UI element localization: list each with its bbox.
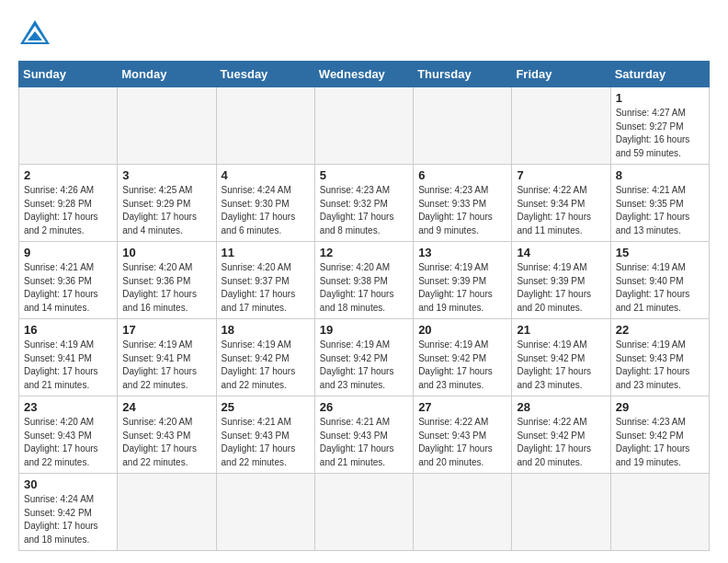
calendar-cell: 27Sunrise: 4:22 AMSunset: 9:43 PMDayligh… — [414, 396, 512, 474]
calendar-cell — [512, 474, 610, 551]
day-info: Sunrise: 4:20 AMSunset: 9:37 PMDaylight:… — [222, 261, 310, 315]
calendar-cell — [216, 87, 314, 165]
calendar-cell: 23Sunrise: 4:20 AMSunset: 9:43 PMDayligh… — [19, 396, 118, 474]
calendar-cell: 19Sunrise: 4:19 AMSunset: 9:42 PMDayligh… — [314, 319, 413, 396]
day-info: Sunrise: 4:19 AMSunset: 9:39 PMDaylight:… — [517, 261, 605, 315]
day-number: 9 — [24, 246, 112, 259]
calendar-cell: 30Sunrise: 4:24 AMSunset: 9:42 PMDayligh… — [19, 474, 118, 551]
day-info: Sunrise: 4:22 AMSunset: 9:34 PMDaylight:… — [517, 184, 605, 237]
calendar-week-2: 2Sunrise: 4:26 AMSunset: 9:28 PMDaylight… — [19, 165, 710, 242]
header-friday: Friday — [512, 62, 610, 87]
day-number: 29 — [616, 400, 704, 414]
calendar-cell: 13Sunrise: 4:19 AMSunset: 9:39 PMDayligh… — [414, 242, 512, 319]
calendar-week-1: 1Sunrise: 4:27 AMSunset: 9:27 PMDaylight… — [19, 87, 710, 165]
day-number: 20 — [418, 323, 506, 337]
calendar-cell: 6Sunrise: 4:23 AMSunset: 9:33 PMDaylight… — [414, 165, 512, 242]
day-number: 23 — [24, 400, 112, 414]
calendar-cell: 3Sunrise: 4:25 AMSunset: 9:29 PMDaylight… — [118, 165, 216, 242]
header-sunday: Sunday — [19, 62, 118, 87]
calendar-cell: 14Sunrise: 4:19 AMSunset: 9:39 PMDayligh… — [512, 242, 610, 319]
calendar-week-5: 23Sunrise: 4:20 AMSunset: 9:43 PMDayligh… — [19, 396, 710, 474]
header-tuesday: Tuesday — [216, 62, 314, 87]
calendar-cell — [118, 87, 216, 165]
header-saturday: Saturday — [610, 62, 709, 87]
day-number: 25 — [222, 400, 310, 414]
day-info: Sunrise: 4:19 AMSunset: 9:42 PMDaylight:… — [418, 339, 506, 392]
calendar-cell — [19, 87, 118, 165]
day-info: Sunrise: 4:20 AMSunset: 9:43 PMDaylight:… — [24, 416, 112, 469]
day-info: Sunrise: 4:20 AMSunset: 9:43 PMDaylight:… — [122, 416, 210, 469]
day-info: Sunrise: 4:26 AMSunset: 9:28 PMDaylight:… — [24, 184, 112, 237]
day-info: Sunrise: 4:24 AMSunset: 9:30 PMDaylight:… — [222, 184, 310, 237]
calendar-cell: 17Sunrise: 4:19 AMSunset: 9:41 PMDayligh… — [118, 319, 216, 396]
calendar-week-3: 9Sunrise: 4:21 AMSunset: 9:36 PMDaylight… — [19, 242, 710, 319]
calendar-cell: 24Sunrise: 4:20 AMSunset: 9:43 PMDayligh… — [118, 396, 216, 474]
calendar-cell: 21Sunrise: 4:19 AMSunset: 9:42 PMDayligh… — [512, 319, 610, 396]
logo — [18, 18, 57, 46]
day-number: 14 — [517, 246, 605, 259]
calendar-cell — [118, 474, 216, 551]
day-number: 5 — [320, 168, 408, 182]
calendar-cell: 1Sunrise: 4:27 AMSunset: 9:27 PMDaylight… — [610, 87, 709, 165]
calendar-cell: 28Sunrise: 4:22 AMSunset: 9:42 PMDayligh… — [512, 396, 610, 474]
page-header — [18, 18, 710, 46]
day-number: 19 — [320, 323, 408, 337]
calendar-cell: 7Sunrise: 4:22 AMSunset: 9:34 PMDaylight… — [512, 165, 610, 242]
day-number: 17 — [122, 323, 210, 337]
calendar-cell: 9Sunrise: 4:21 AMSunset: 9:36 PMDaylight… — [19, 242, 118, 319]
day-info: Sunrise: 4:21 AMSunset: 9:43 PMDaylight:… — [320, 416, 408, 469]
day-number: 18 — [222, 323, 310, 337]
day-number: 4 — [222, 168, 310, 182]
header-monday: Monday — [118, 62, 216, 87]
day-info: Sunrise: 4:20 AMSunset: 9:36 PMDaylight:… — [122, 261, 210, 315]
day-number: 1 — [616, 91, 704, 105]
day-info: Sunrise: 4:21 AMSunset: 9:36 PMDaylight:… — [24, 261, 112, 315]
calendar-cell — [216, 474, 314, 551]
calendar-cell: 5Sunrise: 4:23 AMSunset: 9:32 PMDaylight… — [314, 165, 413, 242]
day-number: 16 — [24, 323, 112, 337]
calendar-cell: 29Sunrise: 4:23 AMSunset: 9:42 PMDayligh… — [610, 396, 709, 474]
calendar-cell: 12Sunrise: 4:20 AMSunset: 9:38 PMDayligh… — [314, 242, 413, 319]
day-info: Sunrise: 4:24 AMSunset: 9:42 PMDaylight:… — [24, 493, 112, 546]
calendar-week-4: 16Sunrise: 4:19 AMSunset: 9:41 PMDayligh… — [19, 319, 710, 396]
calendar-cell: 22Sunrise: 4:19 AMSunset: 9:43 PMDayligh… — [610, 319, 709, 396]
calendar-cell: 2Sunrise: 4:26 AMSunset: 9:28 PMDaylight… — [19, 165, 118, 242]
day-info: Sunrise: 4:21 AMSunset: 9:43 PMDaylight:… — [222, 416, 310, 469]
day-number: 6 — [418, 168, 506, 182]
logo-icon — [18, 18, 51, 46]
calendar-cell: 26Sunrise: 4:21 AMSunset: 9:43 PMDayligh… — [314, 396, 413, 474]
calendar-week-6: 30Sunrise: 4:24 AMSunset: 9:42 PMDayligh… — [19, 474, 710, 551]
day-info: Sunrise: 4:19 AMSunset: 9:42 PMDaylight:… — [517, 339, 605, 392]
day-number: 28 — [517, 400, 605, 414]
day-info: Sunrise: 4:19 AMSunset: 9:41 PMDaylight:… — [122, 339, 210, 392]
day-info: Sunrise: 4:19 AMSunset: 9:39 PMDaylight:… — [418, 261, 506, 315]
day-number: 24 — [122, 400, 210, 414]
day-number: 2 — [24, 168, 112, 182]
day-number: 13 — [418, 246, 506, 259]
day-info: Sunrise: 4:19 AMSunset: 9:43 PMDaylight:… — [616, 339, 704, 392]
day-number: 21 — [517, 323, 605, 337]
day-number: 27 — [418, 400, 506, 414]
day-info: Sunrise: 4:23 AMSunset: 9:32 PMDaylight:… — [320, 184, 408, 237]
calendar-cell: 20Sunrise: 4:19 AMSunset: 9:42 PMDayligh… — [414, 319, 512, 396]
day-info: Sunrise: 4:20 AMSunset: 9:38 PMDaylight:… — [320, 261, 408, 315]
calendar-cell: 10Sunrise: 4:20 AMSunset: 9:36 PMDayligh… — [118, 242, 216, 319]
header-wednesday: Wednesday — [314, 62, 413, 87]
calendar-cell — [414, 474, 512, 551]
calendar-cell: 8Sunrise: 4:21 AMSunset: 9:35 PMDaylight… — [610, 165, 709, 242]
calendar-cell: 16Sunrise: 4:19 AMSunset: 9:41 PMDayligh… — [19, 319, 118, 396]
day-number: 30 — [24, 477, 112, 491]
day-number: 8 — [616, 168, 704, 182]
calendar-header-row: SundayMondayTuesdayWednesdayThursdayFrid… — [19, 62, 710, 87]
calendar-cell — [314, 474, 413, 551]
day-info: Sunrise: 4:27 AMSunset: 9:27 PMDaylight:… — [616, 107, 704, 160]
calendar-cell — [414, 87, 512, 165]
day-info: Sunrise: 4:22 AMSunset: 9:43 PMDaylight:… — [418, 416, 506, 469]
calendar-cell — [314, 87, 413, 165]
day-number: 3 — [122, 168, 210, 182]
calendar-table: SundayMondayTuesdayWednesdayThursdayFrid… — [18, 61, 710, 551]
calendar-cell: 4Sunrise: 4:24 AMSunset: 9:30 PMDaylight… — [216, 165, 314, 242]
calendar-cell: 18Sunrise: 4:19 AMSunset: 9:42 PMDayligh… — [216, 319, 314, 396]
calendar-cell: 11Sunrise: 4:20 AMSunset: 9:37 PMDayligh… — [216, 242, 314, 319]
day-info: Sunrise: 4:23 AMSunset: 9:42 PMDaylight:… — [616, 416, 704, 469]
